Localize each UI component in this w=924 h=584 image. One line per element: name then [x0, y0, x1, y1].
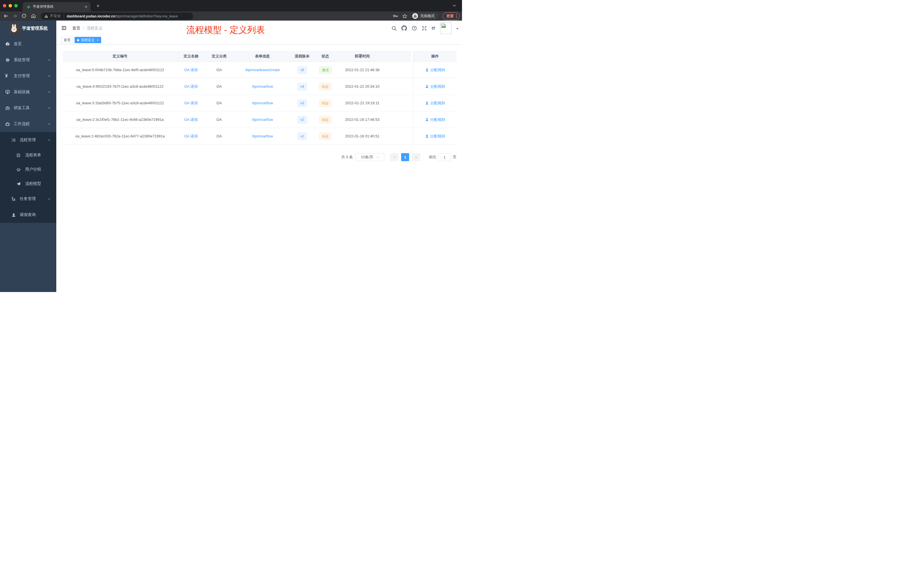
table-header-row: 定义编号 定义名称 定义分类 表单信息 流程版本 状态 部署时间 操作 — [63, 51, 457, 62]
breadcrumb-home[interactable]: 首页 — [72, 26, 80, 31]
new-tab-button[interactable]: + — [94, 3, 102, 9]
version-badge: v1 — [297, 133, 307, 140]
column-header: 流程版本 — [291, 54, 313, 59]
definition-category: OA — [205, 117, 233, 122]
sidebar-item-dev-tools[interactable]: 研发工具 — [0, 100, 56, 116]
status-badge: 挂起 — [319, 116, 332, 124]
minimize-window-button[interactable] — [8, 4, 12, 7]
sidebar-item-process-management[interactable]: 流程管理 — [0, 132, 56, 148]
definition-name-link[interactable]: OA 请假 — [184, 134, 198, 138]
user-icon — [425, 118, 429, 121]
assign-rule-button[interactable]: 分配规则 — [425, 68, 445, 73]
definition-name-link[interactable]: OA 请假 — [184, 84, 198, 89]
column-header: 状态 — [313, 54, 338, 59]
deploy-time: 2022-01-22 20:34:10 — [338, 84, 387, 89]
sidebar-item-system[interactable]: 系统管理 — [0, 52, 56, 68]
form-link[interactable]: /bpm/oa/flow — [252, 134, 273, 138]
current-page-button[interactable]: 1 — [401, 153, 409, 161]
definition-name-link[interactable]: OA 请假 — [184, 68, 198, 72]
sidebar-item-task-management[interactable]: 任务管理 — [0, 191, 56, 207]
sidebar-item-leave-query[interactable]: 请假查询 — [0, 207, 56, 223]
sidebar-item-infrastructure[interactable]: 基础设施 — [0, 84, 56, 100]
form-link[interactable]: /bpm/oa/flow — [252, 101, 273, 105]
gear-icon — [5, 58, 10, 62]
bookmark-star-icon[interactable] — [402, 14, 407, 18]
sidebar-menu: 首页 系统管理 ¥ 支付管理 基础设施 研发工具 — [0, 36, 56, 223]
chevron-down-icon — [48, 107, 51, 110]
browser-tab[interactable]: 芋道管理系统 ✕ — [23, 2, 91, 12]
next-page-button[interactable] — [412, 153, 420, 161]
chevron-up-icon — [48, 122, 51, 126]
tag-home[interactable]: 首页 — [61, 37, 73, 43]
version-badge: v5 — [297, 66, 307, 74]
monitor-check-icon — [5, 90, 10, 94]
assign-rule-button[interactable]: 分配规则 — [425, 84, 445, 89]
fullscreen-icon[interactable] — [422, 26, 427, 31]
active-tag-dot — [77, 39, 79, 41]
close-window-button[interactable] — [3, 4, 6, 7]
pagination-total: 共 5 条 — [342, 155, 353, 160]
column-header: 定义名称 — [177, 54, 205, 59]
column-header: 定义编号 — [63, 54, 177, 59]
tag-close-icon[interactable]: × — [97, 39, 99, 42]
paper-plane-icon — [16, 182, 21, 186]
sidebar-collapse-icon[interactable] — [61, 25, 66, 31]
sidebar-item-payment[interactable]: ¥ 支付管理 — [0, 68, 56, 84]
goto-page-input[interactable] — [438, 153, 451, 161]
tab-close-icon[interactable]: ✕ — [84, 5, 88, 9]
zoom-window-button[interactable] — [14, 4, 18, 7]
sidebar-item-process-form[interactable]: 流程表单 — [0, 148, 56, 162]
home-icon[interactable] — [31, 14, 36, 18]
window-controls[interactable] — [3, 4, 18, 7]
column-header: 定义分类 — [205, 54, 233, 59]
definition-category: OA — [205, 134, 233, 138]
sidebar-item-user-group[interactable]: 用户分组 — [0, 162, 56, 177]
browser-menu-update-button[interactable]: 更新 — [442, 12, 460, 20]
definition-name-link[interactable]: OA 请假 — [184, 117, 198, 122]
form-link[interactable]: /bpm/oa/flow — [252, 84, 273, 89]
security-warning-icon[interactable] — [44, 14, 48, 18]
assign-rule-button[interactable]: 分配规则 — [425, 134, 445, 139]
form-link[interactable]: /bpm/oa/leave/create — [245, 68, 280, 72]
sidebar-item-home[interactable]: 首页 — [0, 36, 56, 52]
sidebar-item-label: 流程模型 — [25, 181, 41, 186]
definition-category: OA — [205, 68, 233, 72]
reload-icon[interactable] — [22, 14, 26, 18]
chevron-down-icon — [48, 59, 51, 62]
toolbox-icon — [5, 106, 10, 110]
github-icon[interactable] — [401, 25, 407, 31]
sidebar-item-label: 工作流程 — [14, 121, 30, 127]
definition-name-link[interactable]: OA 请假 — [184, 101, 198, 105]
browser-menu-icon[interactable] — [456, 14, 457, 18]
update-label: 更新 — [446, 13, 454, 18]
tab-search-chevron-icon[interactable] — [452, 4, 456, 8]
url-bar[interactable]: 不安全 dashboard.yudao.iocoder.cn /bpm/mana… — [41, 13, 193, 20]
url-divider — [64, 14, 64, 18]
breadcrumb-separator: / — [83, 26, 84, 31]
font-size-icon[interactable]: tT — [432, 26, 435, 31]
back-icon[interactable] — [3, 14, 8, 18]
app-title: 芋道管理系统 — [22, 26, 48, 31]
form-link[interactable]: /bpm/oa/flow — [252, 117, 273, 122]
broken-image-icon — [441, 23, 446, 28]
page-size-select[interactable]: 10条/页 — [356, 153, 384, 161]
avatar[interactable] — [440, 23, 451, 34]
prev-page-button[interactable] — [390, 153, 399, 161]
assign-rule-button[interactable]: 分配规则 — [425, 101, 445, 106]
help-icon[interactable]: ? — [412, 26, 417, 31]
sidebar-item-workflow[interactable]: 工作流程 — [0, 116, 56, 132]
sidebar-item-process-model[interactable]: 流程模型 — [0, 177, 56, 191]
avatar-caret-icon[interactable] — [456, 28, 459, 31]
sidebar-item-label: 系统管理 — [14, 58, 30, 63]
forward-icon[interactable] — [13, 14, 17, 18]
tag-process-definition[interactable]: 流程定义 × — [74, 37, 101, 43]
sidebar-logo[interactable]: 芋道管理系统 — [0, 21, 56, 36]
dashboard-icon — [5, 42, 10, 46]
key-icon[interactable] — [393, 14, 398, 18]
tags-view-bar: 首页 流程定义 × — [56, 36, 462, 45]
navbar-actions: ? tT — [391, 21, 459, 36]
assign-rule-button[interactable]: 分配规则 — [425, 117, 445, 122]
status-badge: 挂起 — [319, 99, 332, 107]
definition-id: oa_leave:3:1fad3d93-7b75-11ec-a3c8-acde4… — [63, 101, 177, 105]
search-icon[interactable] — [391, 26, 396, 31]
